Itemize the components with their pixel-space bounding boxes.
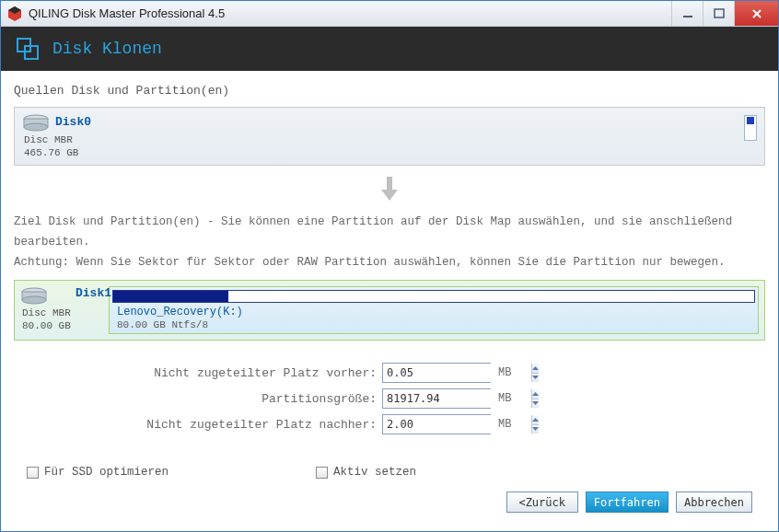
app-window: QILING Disk Master Professional 4.5 Disk… <box>0 0 779 532</box>
partition-usage-bar[interactable] <box>112 290 755 303</box>
source-disk-name: Disk0 <box>55 115 91 129</box>
source-disk-size: 465.76 GB <box>24 146 110 159</box>
svg-line-5 <box>753 10 761 17</box>
source-checkbox[interactable] <box>744 115 757 141</box>
page-header: Disk Klonen <box>1 27 778 71</box>
page-title: Disk Klonen <box>52 40 162 58</box>
cancel-button[interactable]: Abbrechen <box>676 492 752 513</box>
spin-up-icon[interactable] <box>532 389 539 399</box>
svg-marker-20 <box>532 418 539 422</box>
continue-button[interactable]: Fortfahren <box>586 492 669 513</box>
target-disk-type: Disc MBR <box>22 306 109 319</box>
close-button[interactable] <box>734 1 778 26</box>
partition-size-label: Partitionsgröße: <box>143 392 382 406</box>
clone-icon <box>16 37 40 61</box>
size-form: Nicht zugeteilter Platz vorher: MB Parti… <box>143 363 765 440</box>
unit-label: MB <box>498 418 511 431</box>
spin-down-icon[interactable] <box>532 424 539 434</box>
spin-down-icon[interactable] <box>532 399 539 409</box>
spin-up-icon[interactable] <box>532 415 539 424</box>
svg-rect-2 <box>683 16 692 17</box>
spin-down-icon[interactable] <box>532 373 539 383</box>
svg-marker-12 <box>381 190 398 201</box>
target-disk-size: 80.00 GB <box>22 319 109 332</box>
app-icon <box>6 6 23 22</box>
unalloc-before-label: Nicht zugeteilter Platz vorher: <box>143 366 382 380</box>
unalloc-after-label: Nicht zugeteilter Platz nachher: <box>143 418 382 432</box>
footer-buttons: <Zurück Fortfahren Abbrechen <box>14 482 765 524</box>
svg-marker-18 <box>532 392 539 396</box>
source-disk-type: Disc MBR <box>24 133 110 146</box>
svg-marker-17 <box>532 376 539 379</box>
titlebar: QILING Disk Master Professional 4.5 <box>1 1 778 27</box>
set-active-checkbox[interactable]: Aktiv setzen <box>316 466 416 479</box>
unit-label: MB <box>498 392 511 405</box>
svg-point-10 <box>24 123 48 131</box>
svg-rect-11 <box>387 177 392 190</box>
source-disk-panel[interactable]: Disk0 Disc MBR 465.76 GB <box>14 107 765 166</box>
target-description: Ziel Disk und Partition(en) - Sie können… <box>14 212 765 272</box>
minimize-button[interactable] <box>671 1 703 26</box>
unalloc-after-input[interactable] <box>382 414 491 434</box>
svg-point-15 <box>22 296 46 304</box>
maximize-button[interactable] <box>703 1 734 26</box>
hdd-icon <box>20 286 48 305</box>
partition-map[interactable]: Lenovo_Recovery(K:) 80.00 GB Ntfs/8 <box>109 286 759 334</box>
svg-rect-3 <box>715 9 724 17</box>
back-button[interactable]: <Zurück <box>506 492 578 513</box>
target-disk-panel[interactable]: Disk1 Disc MBR 80.00 GB Lenovo_Recovery(… <box>14 280 765 341</box>
source-label: Quellen Disk und Partition(en) <box>14 84 765 98</box>
svg-marker-21 <box>532 427 539 431</box>
partition-label: Lenovo_Recovery(K:) <box>110 305 758 319</box>
arrow-down-icon <box>14 175 765 206</box>
unalloc-before-input[interactable] <box>382 363 491 383</box>
ssd-optimize-checkbox[interactable]: Für SSD optimieren <box>27 466 169 479</box>
content-area: Quellen Disk und Partition(en) Disk0 Dis… <box>1 71 778 531</box>
svg-line-4 <box>753 10 761 17</box>
unit-label: MB <box>498 366 511 379</box>
svg-marker-16 <box>532 366 539 370</box>
target-disk-name: Disk1 <box>76 286 111 300</box>
spin-up-icon[interactable] <box>532 364 539 373</box>
svg-marker-19 <box>532 401 539 405</box>
window-title: QILING Disk Master Professional 4.5 <box>29 6 671 20</box>
partition-detail: 80.00 GB Ntfs/8 <box>110 319 758 333</box>
partition-size-input[interactable] <box>382 388 491 409</box>
hdd-icon <box>22 113 50 132</box>
